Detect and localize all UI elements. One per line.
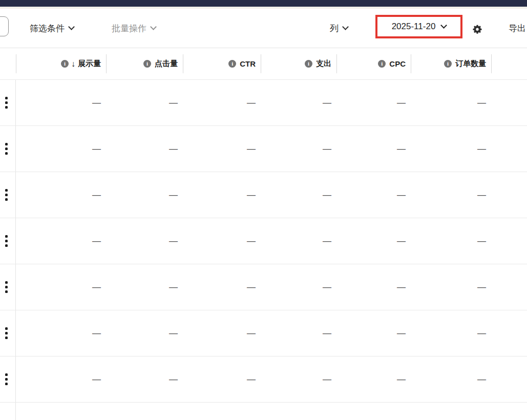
row-actions-cell (0, 356, 16, 402)
row-actions-cell (0, 264, 16, 310)
ctr-value: — (183, 374, 261, 385)
ctr-value: — (183, 282, 261, 292)
impressions-value: — (16, 282, 107, 292)
kebab-menu-icon[interactable] (4, 372, 9, 386)
table-body: — — — — — — — — — — — — — — — — — — (0, 79, 527, 420)
impressions-value: — (16, 98, 107, 108)
export-label: 导出 (509, 23, 526, 34)
settings-button[interactable] (471, 24, 483, 36)
column-header-label: CTR (240, 59, 256, 68)
kebab-menu-icon[interactable] (4, 188, 9, 202)
cpc-value: — (337, 236, 411, 246)
date-value: 2025-11-20 (392, 22, 436, 32)
info-icon: i (143, 60, 151, 68)
row-actions-cell (0, 218, 16, 264)
columns-label: 列 (330, 23, 339, 34)
column-header-clipped (492, 48, 527, 79)
table-corner-cell (0, 48, 16, 79)
column-header-impressions[interactable]: i ↓ 展示量 (16, 48, 107, 79)
info-icon: i (305, 60, 312, 68)
impressions-value: — (16, 328, 107, 339)
clicks-value: — (107, 98, 183, 108)
orders-value: — (411, 328, 492, 339)
date-selector-button[interactable]: 2025-11-20 (392, 22, 447, 32)
browser-topbar (0, 0, 527, 7)
row-actions-cell (0, 403, 16, 420)
kebab-menu-icon[interactable] (4, 96, 9, 110)
clicks-value: — (107, 282, 183, 292)
info-icon: i (378, 60, 386, 68)
cpc-value: — (337, 328, 411, 339)
cpc-value: — (337, 144, 411, 154)
row-actions-cell (0, 172, 16, 218)
table-row: — — — — — — (0, 79, 527, 125)
cpc-value: — (337, 190, 411, 200)
spend-value: — (261, 98, 337, 108)
orders-value: — (411, 374, 492, 385)
clicks-value: — (107, 374, 183, 385)
orders-value: — (411, 282, 492, 292)
kebab-menu-icon[interactable] (4, 326, 9, 340)
clicks-value: — (107, 190, 183, 200)
chevron-down-icon (150, 24, 157, 30)
orders-value: — (411, 190, 492, 200)
toolbar: 筛选条件 批量操作 列 2025-11-20 导出 (0, 9, 527, 48)
column-header-orders[interactable]: i 订单数量 (411, 48, 492, 79)
partial-offscreen-button[interactable] (0, 16, 9, 36)
column-header-label: CPC (389, 59, 406, 68)
column-header-label: 展示量 (78, 59, 101, 69)
spend-value: — (261, 328, 337, 339)
chevron-down-icon (342, 24, 349, 30)
table-row: — — — — — — (0, 172, 527, 218)
ctr-value: — (183, 236, 261, 246)
metrics-table: i ↓ 展示量 i 点击量 i CTR i 支出 i CPC i 订单数量 (0, 48, 527, 420)
column-header-label: 点击量 (155, 59, 178, 69)
gear-icon (472, 24, 483, 35)
batch-actions-button[interactable]: 批量操作 (112, 22, 156, 35)
spend-value: — (261, 282, 337, 292)
sort-desc-icon: ↓ (71, 59, 75, 69)
impressions-value: — (16, 190, 107, 200)
filter-conditions-button[interactable]: 筛选条件 (30, 22, 74, 35)
export-button[interactable]: 导出 (509, 22, 526, 35)
ctr-value: — (183, 328, 261, 339)
column-header-ctr[interactable]: i CTR (183, 48, 261, 79)
impressions-value: — (16, 144, 107, 154)
table-row-clipped (0, 402, 527, 420)
spend-value: — (261, 144, 337, 154)
columns-button[interactable]: 列 (330, 22, 348, 35)
cpc-value: — (337, 282, 411, 292)
ctr-value: — (183, 98, 261, 108)
spend-value: — (261, 236, 337, 246)
table-header-row: i ↓ 展示量 i 点击量 i CTR i 支出 i CPC i 订单数量 (0, 48, 527, 79)
batch-actions-label: 批量操作 (112, 23, 146, 34)
cpc-value: — (337, 98, 411, 108)
table-row: — — — — — — (0, 310, 527, 356)
orders-value: — (411, 236, 492, 246)
orders-value: — (411, 98, 492, 108)
column-header-cpc[interactable]: i CPC (337, 48, 411, 79)
info-icon: i (61, 60, 69, 68)
spend-value: — (261, 374, 337, 385)
row-actions-cell (0, 310, 16, 356)
impressions-value: — (16, 236, 107, 246)
ctr-value: — (183, 190, 261, 200)
chevron-down-icon (68, 24, 75, 30)
row-actions-cell (0, 126, 16, 172)
column-header-clicks[interactable]: i 点击量 (107, 48, 183, 79)
kebab-menu-icon[interactable] (4, 234, 9, 248)
table-row: — — — — — — (0, 356, 527, 402)
chevron-down-icon (440, 22, 447, 29)
kebab-menu-icon[interactable] (4, 280, 9, 294)
filter-conditions-label: 筛选条件 (30, 23, 65, 34)
ctr-value: — (183, 144, 261, 154)
red-highlight-annotation: 2025-11-20 (375, 15, 462, 38)
info-icon: i (228, 60, 236, 68)
orders-value: — (411, 144, 492, 154)
column-header-spend[interactable]: i 支出 (261, 48, 337, 79)
kebab-menu-icon[interactable] (4, 142, 9, 156)
clicks-value: — (107, 328, 183, 339)
impressions-value: — (16, 374, 107, 385)
spend-value: — (261, 190, 337, 200)
clicks-value: — (107, 144, 183, 154)
